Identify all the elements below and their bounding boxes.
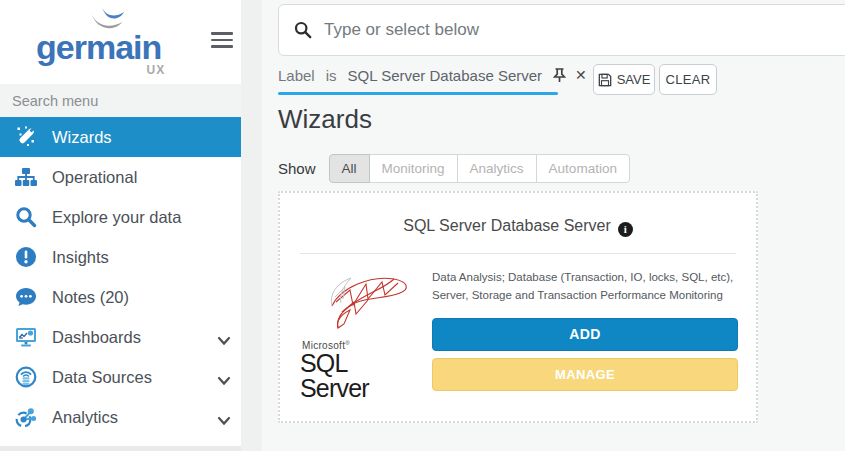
sidebar-item-wizards[interactable]: Wizards — [0, 117, 241, 157]
sidebar-item-label: Wizards — [52, 128, 112, 147]
comment-icon — [13, 285, 39, 309]
sidebar-item-label: Notes (20) — [52, 288, 129, 307]
sql-server-logo: Microsoft® SQL Server — [298, 264, 420, 401]
tab-automation[interactable]: Automation — [536, 154, 630, 183]
sidebar-item-label: Analytics — [52, 408, 118, 427]
clear-button[interactable]: CLEAR — [659, 64, 717, 95]
filter-chip[interactable]: Label is SQL Server Database Server ✕ — [278, 64, 587, 95]
search-icon — [294, 21, 312, 39]
sidebar-item-label: Explore your data — [52, 208, 181, 227]
pin-icon[interactable] — [553, 68, 566, 83]
filter-row: Label is SQL Server Database Server ✕ — [278, 64, 845, 98]
card-description-line1: Data Analysis; Database (Transaction, IO… — [432, 268, 738, 286]
save-floppy-icon — [598, 73, 612, 87]
germain-logo: germain UX — [36, 30, 161, 64]
close-icon[interactable]: ✕ — [575, 68, 587, 82]
sql-server-label: SQL Server — [300, 351, 420, 401]
sidebar-menu: Wizards Operational — [0, 117, 241, 437]
chevron-down-icon[interactable] — [217, 372, 231, 390]
germain-swoosh-icon — [88, 4, 134, 36]
save-button-label: SAVE — [617, 72, 651, 87]
sidebar-item-notes[interactable]: Notes (20) — [0, 277, 241, 317]
analytics-share-icon — [13, 405, 39, 429]
sidebar-item-insights[interactable]: Insights — [0, 237, 241, 277]
sidebar-item-label: Operational — [52, 168, 137, 187]
sidebar-item-label: Data Sources — [52, 368, 152, 387]
logo-row: germain UX — [0, 0, 241, 84]
show-filter-row: Show All Monitoring Analytics Automation — [278, 154, 630, 183]
wizard-card-sql-server: SQL Server Database Serveri — [278, 191, 758, 423]
sidebar-item-analytics[interactable]: Analytics — [0, 397, 241, 437]
sidebar-search — [0, 84, 241, 117]
tab-all[interactable]: All — [329, 154, 370, 183]
filter-value: SQL Server Database Server — [348, 67, 543, 84]
card-description-line2: Server, Storage and Transaction Performa… — [432, 286, 738, 304]
sidebar-item-label: Dashboards — [52, 328, 141, 347]
sidebar-item-label: Insights — [52, 248, 109, 267]
global-search-input[interactable] — [324, 20, 845, 40]
tab-monitoring[interactable]: Monitoring — [369, 154, 458, 183]
show-label: Show — [278, 160, 316, 177]
sidebar: germain UX — [0, 0, 241, 451]
card-title: SQL Server Database Server — [403, 217, 611, 234]
data-sources-icon — [13, 365, 39, 389]
add-button[interactable]: ADD — [432, 318, 738, 351]
clear-button-label: CLEAR — [666, 72, 711, 87]
panel-gap — [241, 0, 262, 451]
global-search-box — [278, 4, 845, 56]
dashboard-monitor-icon — [13, 325, 39, 349]
magic-wand-icon — [13, 125, 39, 149]
show-tab-group: All Monitoring Analytics Automation — [329, 154, 630, 183]
brand-ux-label: UX — [147, 63, 166, 77]
app-window: germain UX — [0, 0, 845, 451]
sidebar-item-data-sources[interactable]: Data Sources — [0, 357, 241, 397]
filter-operator: is — [326, 67, 337, 84]
sidebar-item-dashboards[interactable]: Dashboards — [0, 317, 241, 357]
sql-server-swoosh-icon — [298, 266, 416, 336]
chevron-down-icon[interactable] — [217, 412, 231, 430]
card-divider — [300, 253, 736, 254]
sidebar-item-operational[interactable]: Operational — [0, 157, 241, 197]
sidebar-item-explore[interactable]: Explore your data — [0, 197, 241, 237]
page-title: Wizards — [278, 104, 372, 135]
sidebar-search-input[interactable] — [0, 93, 241, 109]
info-icon[interactable]: i — [618, 222, 633, 237]
sidebar-bottom-divider — [0, 446, 241, 451]
sitemap-icon — [13, 165, 39, 189]
exclamation-circle-icon — [13, 245, 39, 269]
search-icon — [13, 205, 39, 229]
chevron-down-icon[interactable] — [217, 332, 231, 350]
main-content: Label is SQL Server Database Server ✕ — [262, 0, 845, 451]
tab-analytics[interactable]: Analytics — [457, 154, 537, 183]
hamburger-menu-icon[interactable] — [211, 32, 233, 49]
manage-button[interactable]: MANAGE — [432, 358, 738, 391]
filter-field: Label — [278, 67, 315, 84]
filter-chip-underline — [278, 92, 558, 95]
save-button[interactable]: SAVE — [593, 64, 655, 95]
